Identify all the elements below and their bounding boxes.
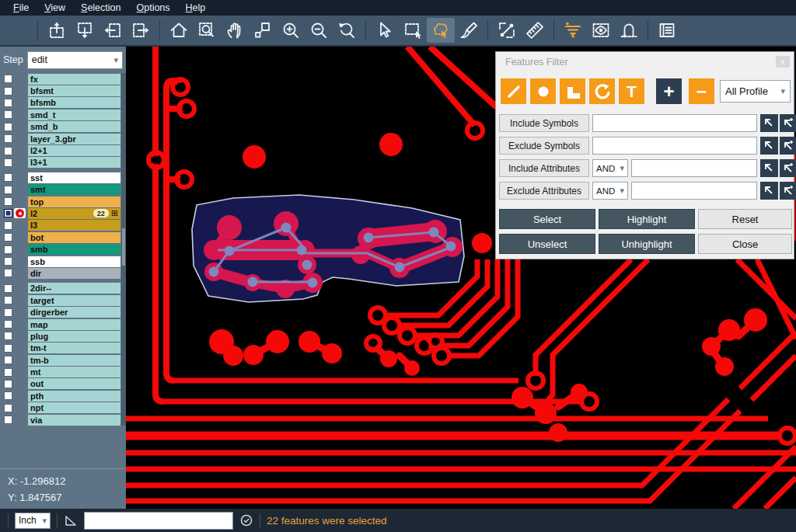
layer-label[interactable]: tm-b: [28, 355, 120, 366]
surface-feature-button[interactable]: [560, 78, 585, 104]
layer-label[interactable]: top: [28, 196, 120, 207]
layer-visibility-checkbox[interactable]: [4, 391, 12, 400]
layer-label[interactable]: npt: [28, 402, 120, 413]
report-button[interactable]: [653, 18, 681, 43]
highlight-button[interactable]: Highlight: [599, 209, 695, 229]
pan-right-button[interactable]: [127, 18, 155, 43]
layer-label[interactable]: tm-t: [28, 342, 120, 353]
layer-label[interactable]: l222⊞: [28, 208, 120, 219]
zoom-in-button[interactable]: [277, 18, 305, 43]
include-attributes-button[interactable]: Include Attributes: [499, 159, 589, 177]
zoom-out-button[interactable]: [305, 18, 333, 43]
polygon-select-button[interactable]: [427, 18, 455, 43]
layer-visibility-checkbox[interactable]: [4, 308, 12, 317]
clean-brush-button[interactable]: [455, 18, 483, 43]
layer-label[interactable]: smb: [28, 244, 120, 255]
layer-row-bfsmt[interactable]: bfsmt: [0, 85, 126, 96]
layer-row-plug[interactable]: plug: [0, 330, 126, 342]
layer-visibility-checkbox[interactable]: [4, 296, 12, 304]
layer-label[interactable]: sst: [28, 172, 120, 183]
layer-row-l3+1[interactable]: l3+1: [0, 157, 126, 169]
line-feature-button[interactable]: [501, 78, 526, 104]
menu-view[interactable]: View: [37, 1, 72, 15]
layer-label[interactable]: pth: [28, 391, 120, 402]
layer-row-l2+1[interactable]: l2+1: [0, 144, 126, 156]
layer-visibility-checkbox[interactable]: [4, 344, 12, 353]
select-button[interactable]: Select: [499, 209, 595, 229]
layer-visibility-checkbox[interactable]: [4, 257, 12, 266]
layer-row-npt[interactable]: npt: [0, 402, 126, 414]
layer-row-target[interactable]: target: [0, 294, 126, 306]
command-input[interactable]: [84, 512, 233, 530]
units-select[interactable]: Inch ▾: [15, 513, 51, 529]
layer-label[interactable]: plug: [28, 331, 120, 342]
layer-label[interactable]: l3: [28, 220, 120, 231]
layer-visibility-checkbox[interactable]: [4, 221, 12, 230]
exclude-attributes-button[interactable]: Exclude Attributes: [499, 182, 589, 200]
layer-visibility-checkbox[interactable]: [4, 197, 12, 206]
layer-label[interactable]: dirgerber: [28, 307, 120, 318]
symbol-pick-button[interactable]: [760, 114, 778, 132]
layer-visibility-checkbox[interactable]: [4, 134, 12, 143]
layer-visibility-checkbox[interactable]: [4, 245, 12, 254]
menu-selection[interactable]: Selection: [74, 1, 127, 15]
layer-row-via[interactable]: via: [0, 414, 126, 426]
unselect-button[interactable]: Unselect: [499, 234, 595, 254]
pan-up-button[interactable]: [43, 18, 71, 43]
layer-label[interactable]: l3+1: [28, 157, 120, 168]
view-options-button[interactable]: [587, 18, 615, 43]
layer-label[interactable]: bfsmt: [28, 85, 120, 96]
layer-label[interactable]: bot: [28, 232, 120, 243]
layer-row-tm-t[interactable]: tm-t: [0, 342, 126, 354]
layer-visibility-checkbox[interactable]: [4, 186, 12, 194]
dialog-title[interactable]: Features Filter: [496, 52, 794, 72]
layer-row-bot[interactable]: bot: [0, 231, 126, 243]
ruler-button[interactable]: [521, 18, 549, 43]
refresh-check-icon[interactable]: [239, 513, 253, 527]
include-symbols-input[interactable]: [592, 114, 757, 132]
layer-label[interactable]: mt: [28, 367, 120, 377]
layer-label[interactable]: dir: [28, 268, 120, 279]
layer-row-smd_t[interactable]: smd_t: [0, 109, 126, 120]
include-attributes-operator[interactable]: AND ▾: [592, 159, 628, 177]
pan-hand-button[interactable]: [221, 18, 249, 43]
layer-visibility-checkbox[interactable]: [4, 75, 12, 83]
layer-visibility-checkbox[interactable]: [4, 404, 12, 412]
layer-row-ssb[interactable]: ssb: [0, 256, 126, 267]
close-button[interactable]: Close: [698, 234, 792, 254]
include-attributes-input[interactable]: [631, 159, 757, 177]
menu-options[interactable]: Options: [129, 1, 176, 15]
layer-visibility-checkbox[interactable]: [4, 356, 12, 364]
step-select[interactable]: edit ▾: [27, 51, 123, 69]
pan-down-button[interactable]: [71, 18, 99, 43]
scrollbar-thumb[interactable]: [122, 228, 125, 266]
exclude-symbols-input[interactable]: [592, 137, 757, 155]
layer-label[interactable]: via: [28, 415, 120, 426]
layer-visibility-checkbox[interactable]: [4, 320, 12, 329]
layer-visibility-checkbox[interactable]: [4, 332, 12, 340]
layer-row-dir[interactable]: dir: [0, 267, 126, 279]
layer-label[interactable]: l2+1: [28, 145, 120, 156]
layer-row-mt[interactable]: mt: [0, 366, 126, 377]
open-file-button[interactable]: [5, 18, 33, 43]
measure-button[interactable]: [493, 18, 521, 43]
layer-label[interactable]: smd_t: [28, 110, 120, 120]
layer-row-smt[interactable]: smt: [0, 184, 126, 196]
symbol-pick-button[interactable]: [760, 137, 778, 155]
select-arrow-button[interactable]: [371, 18, 399, 43]
layer-visibility-checkbox[interactable]: [4, 123, 12, 131]
layer-label[interactable]: smt: [28, 184, 120, 195]
attribute-pick-button[interactable]: [760, 159, 778, 177]
net-path-button[interactable]: [615, 18, 643, 43]
features-filter-button[interactable]: [559, 18, 587, 43]
layer-visibility-checkbox[interactable]: [4, 147, 12, 155]
layer-label[interactable]: ssb: [28, 256, 120, 267]
menu-help[interactable]: Help: [179, 1, 213, 15]
attribute-pick-add-button[interactable]: [780, 182, 796, 200]
layer-visibility-checkbox[interactable]: [4, 158, 12, 167]
layer-label[interactable]: layer_3.gbr: [28, 134, 120, 144]
exclude-attributes-operator[interactable]: AND ▾: [592, 182, 628, 200]
layer-row-dirgerber[interactable]: dirgerber: [0, 306, 126, 318]
layer-label[interactable]: out: [28, 378, 120, 389]
rect-select-button[interactable]: [399, 18, 427, 43]
